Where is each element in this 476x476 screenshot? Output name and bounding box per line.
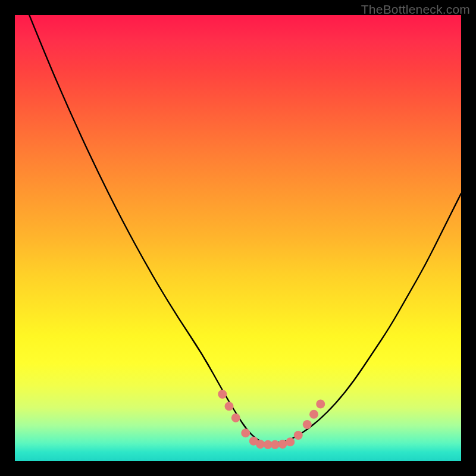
data-marker — [271, 440, 280, 449]
curve-layer — [15, 15, 461, 461]
data-marker — [231, 414, 240, 422]
data-marker — [294, 431, 303, 440]
data-marker — [286, 437, 295, 446]
curve-right-curve — [265, 193, 461, 443]
data-marker — [278, 440, 287, 449]
data-marker — [316, 400, 325, 409]
data-marker — [256, 440, 265, 449]
data-marker — [303, 420, 312, 429]
plot-area — [15, 15, 461, 461]
curve-left-curve — [15, 15, 265, 443]
data-marker — [218, 390, 227, 399]
data-marker — [225, 402, 234, 411]
data-marker — [241, 428, 250, 437]
chart-frame: TheBottleneck.com — [0, 0, 476, 476]
data-marker — [309, 410, 318, 419]
